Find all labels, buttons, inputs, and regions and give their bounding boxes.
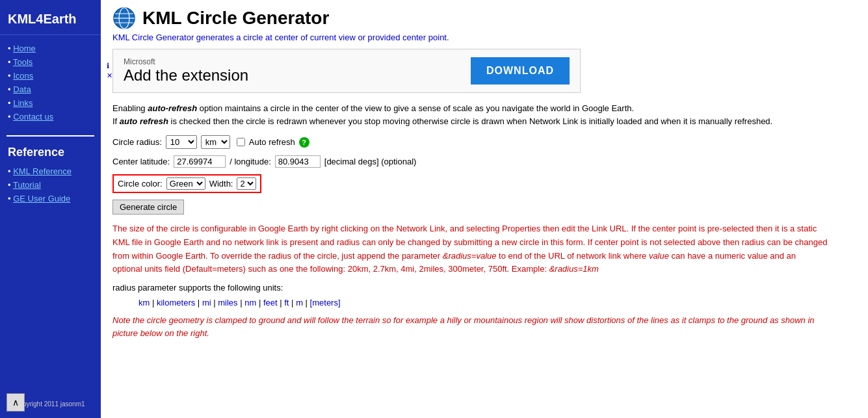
ad-text: Microsoft Add the extension xyxy=(124,57,248,85)
info-paragraph: The size of the circle is configurable i… xyxy=(112,222,828,276)
ad-title: Add the extension xyxy=(124,66,248,85)
page-header: KML Circle Generator xyxy=(112,7,856,30)
ref-link-tutorial[interactable]: Tutorial xyxy=(13,180,41,190)
latitude-input[interactable] xyxy=(174,155,226,168)
page-title: KML Circle Generator xyxy=(142,8,329,29)
unit-kilometers[interactable]: kilometers xyxy=(157,298,195,307)
note-paragraph: Note the circle geometry is clamped to g… xyxy=(112,314,828,339)
description-text: Enabling auto-refresh option maintains a… xyxy=(112,102,828,127)
ref-link-kml[interactable]: KML Reference xyxy=(13,166,72,176)
main-nav: Home Tools Icons Data Links Contact us xyxy=(0,35,101,130)
width-label: Width: xyxy=(209,179,233,189)
color-row: Circle color: Green Red Blue Yellow Whit… xyxy=(112,174,261,193)
nav-item-contact[interactable]: Contact us xyxy=(0,110,101,124)
ref-list: KML Reference Tutorial GE User Guide xyxy=(0,162,101,208)
auto-refresh-label: Auto refresh xyxy=(249,137,295,147)
unit-ft[interactable]: ft xyxy=(284,298,289,307)
info-icon[interactable]: ℹ xyxy=(107,62,112,70)
longitude-input[interactable] xyxy=(275,155,321,168)
nav-list: Home Tools Icons Data Links Contact us xyxy=(0,35,101,130)
nav-link-data[interactable]: Data xyxy=(13,85,31,94)
radius-label: Circle radius: xyxy=(112,137,162,147)
unit-mi[interactable]: mi xyxy=(202,298,211,307)
unit-feet[interactable]: feet xyxy=(263,298,278,307)
help-icon[interactable]: ? xyxy=(299,137,309,148)
radius-units-select[interactable]: km mi nm ft m xyxy=(201,135,230,149)
units-list: km | kilometers | mi | miles | nm | feet… xyxy=(138,298,856,307)
unit-miles[interactable]: miles xyxy=(218,298,237,307)
lon-label: / longitude: xyxy=(230,157,271,166)
nav-item-data[interactable]: Data xyxy=(0,83,101,96)
ad-info-icons: ℹ ✕ xyxy=(107,62,112,80)
nav-item-home[interactable]: Home xyxy=(0,42,101,55)
unit-km[interactable]: km xyxy=(138,298,150,307)
nav-divider xyxy=(7,135,94,137)
page-subtitle: KML Circle Generator generates a circle … xyxy=(112,33,856,42)
ref-item-tutorial[interactable]: Tutorial xyxy=(0,178,101,192)
unit-m[interactable]: m xyxy=(296,298,303,307)
color-label: Circle color: xyxy=(118,179,163,189)
generate-row: Generate circle xyxy=(112,200,856,222)
globe-icon xyxy=(112,7,136,30)
site-title: KML4Earth xyxy=(0,7,101,35)
nav-link-icons[interactable]: Icons xyxy=(13,71,33,81)
nav-link-contact[interactable]: Contact us xyxy=(13,112,53,122)
scroll-top-button[interactable]: ∧ xyxy=(7,393,25,411)
ref-item-kml[interactable]: KML Reference xyxy=(0,164,101,178)
latlon-row: Center latitude: / longitude: [decimal d… xyxy=(112,155,856,168)
nav-link-links[interactable]: Links xyxy=(13,98,33,108)
ref-links: KML Reference Tutorial GE User Guide xyxy=(0,162,101,208)
ad-brand: Microsoft xyxy=(124,57,248,66)
radius-value-select[interactable]: 10 20 50 100 xyxy=(166,135,197,149)
width-select[interactable]: 1 2 3 4 5 xyxy=(237,177,256,190)
nav-item-links[interactable]: Links xyxy=(0,96,101,110)
download-button[interactable]: DOWNLOAD xyxy=(471,57,570,85)
generate-button[interactable]: Generate circle xyxy=(112,200,184,215)
radius-row: Circle radius: 10 20 50 100 km mi nm ft … xyxy=(112,135,856,149)
optional-label: [decimal degs] (optional) xyxy=(324,157,417,166)
main-content: KML Circle Generator KML Circle Generato… xyxy=(101,0,868,418)
color-select[interactable]: Green Red Blue Yellow White Black xyxy=(166,177,205,190)
units-paragraph: radius parameter supports the following … xyxy=(112,283,856,293)
ad-banner: ℹ ✕ Microsoft Add the extension DOWNLOAD xyxy=(112,49,581,93)
nav-link-tools[interactable]: Tools xyxy=(13,57,33,67)
ref-link-guide[interactable]: GE User Guide xyxy=(13,194,70,203)
nav-item-tools[interactable]: Tools xyxy=(0,55,101,69)
ref-item-guide[interactable]: GE User Guide xyxy=(0,192,101,205)
reference-section-title: Reference xyxy=(0,142,101,162)
close-icon[interactable]: ✕ xyxy=(107,72,112,80)
unit-meters[interactable]: [meters] xyxy=(310,298,341,307)
auto-refresh-checkbox[interactable] xyxy=(237,138,245,146)
sidebar: KML4Earth Home Tools Icons Data Links Co… xyxy=(0,0,101,418)
lat-label: Center latitude: xyxy=(112,157,170,166)
unit-nm[interactable]: nm xyxy=(244,298,256,307)
nav-link-home[interactable]: Home xyxy=(13,44,36,53)
nav-item-icons[interactable]: Icons xyxy=(0,69,101,83)
